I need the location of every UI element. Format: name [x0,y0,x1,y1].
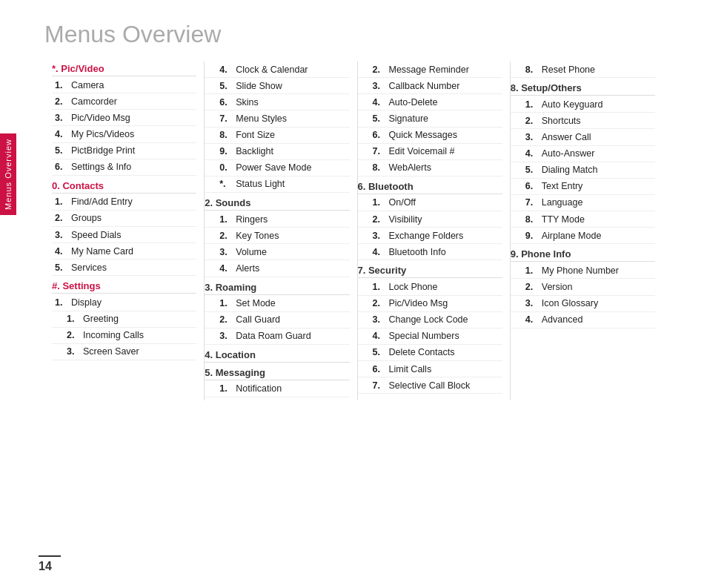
column-3: 2.Message Reminder3.Callback Number4.Aut… [358,62,511,400]
item-number: 1. [525,264,542,277]
item-number: 4. [525,147,542,160]
item-number: 3. [55,228,71,242]
item-label: Quick Messages [389,128,457,142]
item-label: Auto-Answer [542,147,595,160]
item-label: Pic/Video Msg [71,111,130,125]
item-label: Exchange Folders [389,229,464,242]
item-label: Message Reminder [389,63,469,76]
section-header: *. Pic/Video [52,62,196,76]
menu-item: *.Status Light [205,176,349,193]
item-label: Menu Styles [236,112,287,125]
item-label: Services [71,261,107,274]
item-number: 3. [373,229,389,242]
menu-item: 3.Icon Glossary [511,296,655,312]
item-label: Call Guard [236,313,280,326]
item-number: 2. [55,211,71,225]
columns-wrapper: *. Pic/Video1.Camera2.Camcorder3.Pic/Vid… [44,62,663,400]
item-label: Visibility [389,213,422,226]
item-number: 1. [55,296,71,309]
item-number: 5. [373,346,389,359]
section-header: 3. Roaming [205,280,349,295]
menu-item: 1.Notification [205,381,349,397]
item-label: Volume [236,245,267,259]
menu-item: 2.Message Reminder [358,62,502,78]
menu-item: 4.Alerts [205,260,349,277]
item-number: 6. [55,160,71,174]
item-label: Pic/Video Msg [389,297,448,310]
item-number: 7. [525,196,542,209]
menu-item: 4.Clock & Calendar [205,62,349,78]
item-label: Slide Show [236,79,282,93]
item-label: Camera [71,79,104,92]
item-number: 2. [373,297,389,310]
menu-section: 2.Message Reminder3.Callback Number4.Aut… [358,62,502,176]
item-number: 4. [373,245,389,259]
menu-item: 5.Slide Show [205,78,349,94]
item-number: 6. [373,363,389,376]
section-header: #. Settings [52,279,196,294]
menu-item: 2.Camcorder [52,93,196,110]
menu-item: 2.Version [511,279,655,295]
section-header: 5. Messaging [205,366,349,380]
menu-item: 3.Volume [205,244,349,260]
item-number: 2. [67,328,83,342]
menu-item: 7.Menu Styles [205,110,349,127]
menu-item: 7.Selective Call Block [358,377,502,394]
item-number: 4. [219,262,236,275]
menu-section: #. Settings1.Display1.Greeting2.Incoming… [52,279,196,360]
item-number: 5. [55,144,71,157]
item-label: Change Lock Code [389,313,468,326]
item-number: 1. [67,312,83,326]
item-number: 4. [55,245,71,258]
item-label: My Phone Number [542,264,619,277]
item-number: 2. [525,114,542,128]
item-number: 2. [219,313,236,326]
menu-item: 4.Bluetooth Info [358,244,502,260]
section-header: 6. Bluetooth [358,179,502,194]
menu-item: 3.Exchange Folders [358,228,502,244]
item-label: Find/Add Entry [71,195,133,208]
menu-item: 4.Advanced [511,312,655,328]
item-label: Delete Contacts [389,346,455,359]
menu-item: 3.Callback Number [358,78,502,94]
menu-item: 6.Settings & Info [52,159,196,176]
item-label: Settings & Info [71,160,131,174]
item-number: 1. [373,280,389,294]
item-label: Dialing Match [542,163,598,176]
item-number: 3. [219,329,236,343]
menu-item: 4.Auto-Delete [358,94,502,110]
item-number: 2. [219,229,236,242]
menu-item: 3.Speed Dials [52,227,196,243]
menu-section: 8.Reset Phone [511,62,655,78]
item-number: 6. [373,128,389,142]
item-number: 2. [55,95,71,108]
menu-item: 2.Incoming Calls [52,328,196,344]
menu-item: 5.Signature [358,110,502,127]
item-number: 1. [55,79,71,92]
item-label: Answer Call [542,131,591,144]
menu-item: 2.Visibility [358,211,502,228]
menu-item: 2.Pic/Video Msg [358,296,502,312]
menu-item: 5.Delete Contacts [358,345,502,361]
item-number: 1. [219,213,236,226]
menu-item: 1.Set Mode [205,296,349,312]
item-label: Selective Call Block [389,379,471,392]
menu-item: 2.Shortcuts [511,113,655,129]
item-label: Limit Calls [389,363,432,376]
item-label: Icon Glossary [542,297,598,310]
item-label: Font Size [236,128,275,142]
item-number: 1. [55,195,71,208]
item-label: Clock & Calendar [236,63,308,76]
item-label: Special Numbers [389,329,459,343]
menu-item: 3.Answer Call [511,129,655,145]
item-label: Text Entry [542,179,583,193]
item-label: Incoming Calls [83,328,144,342]
menu-item: 5.PictBridge Print [52,143,196,159]
item-label: Display [71,296,102,309]
item-number: 3. [373,79,389,93]
item-label: Screen Saver [83,345,139,358]
item-label: TTY Mode [542,213,585,226]
item-number: 1. [219,382,236,395]
menu-item: 0.Power Save Mode [205,160,349,176]
menu-item: 6.Limit Calls [358,361,502,377]
